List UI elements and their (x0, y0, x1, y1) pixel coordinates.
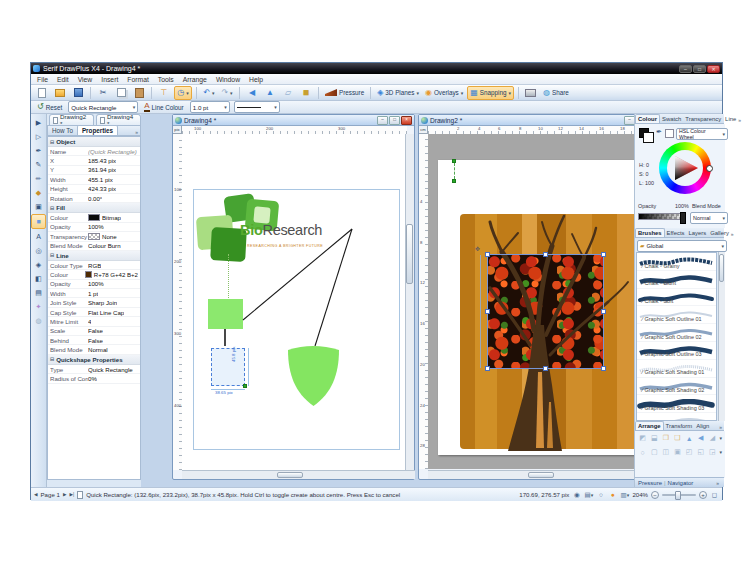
fill-swatch-chip[interactable] (643, 132, 654, 143)
selection-handle-sw[interactable] (485, 366, 490, 371)
tab-transform[interactable]: Transform (664, 422, 695, 430)
align-right-icon[interactable]: ▣ (673, 447, 682, 457)
group-icon[interactable]: ❐ (661, 433, 670, 443)
child-restore-button[interactable]: □ (389, 116, 400, 125)
shield-shape[interactable] (288, 346, 339, 406)
brush-item[interactable]: ∕ Graphic Soft Shading 01 (637, 360, 716, 378)
brush-list-scrollbar[interactable] (718, 252, 725, 421)
view-quality-icon[interactable]: ▥▾ (620, 490, 629, 499)
text-tool[interactable]: A (32, 230, 45, 243)
close-button[interactable]: ✕ (707, 65, 720, 73)
blend-tool[interactable]: ✦ (32, 300, 45, 313)
mirror-shape-icon[interactable]: ◀ (696, 433, 705, 443)
brush-item[interactable]: ∕ Graphic Soft Outline 02 (637, 324, 716, 342)
brush-item[interactable]: ∕ Graphic Soft Shading 02 (637, 378, 716, 396)
opacity-slider[interactable] (638, 213, 686, 220)
maximize-button[interactable]: □ (693, 65, 706, 73)
extras-tool[interactable]: ◍ (32, 314, 45, 327)
distribute-icon[interactable]: ◰ (685, 447, 694, 457)
node-tool[interactable]: ▷ (32, 130, 45, 143)
drawing2-titlebar[interactable]: Drawing2 * – □ × (419, 115, 661, 126)
shear-button[interactable]: ▱ (280, 87, 296, 99)
drawing4-vscrollbar[interactable] (405, 134, 414, 470)
selection-handle-s[interactable] (543, 366, 548, 371)
new-button[interactable] (34, 87, 50, 99)
brush-item[interactable]: ∕ Chalk - Soft (637, 289, 716, 307)
pressure-button[interactable]: Pressure (323, 87, 366, 99)
selection-handle-se[interactable] (601, 366, 606, 371)
pencil-tool[interactable]: ✎ (32, 158, 45, 171)
node-handle[interactable] (452, 179, 456, 183)
order-button[interactable]: ◼ (298, 87, 314, 99)
tab-drawing4[interactable]: Drawing4 * (96, 114, 141, 125)
share-button[interactable]: ◍Share (541, 87, 571, 99)
draw-node-handle[interactable] (243, 384, 247, 388)
panel-chevron-icon[interactable]: » (135, 129, 140, 135)
colour-mode-select[interactable]: HSL Colour Wheel▾ (676, 128, 728, 140)
next-page-button[interactable]: ▶ (63, 492, 67, 497)
brush-item[interactable]: ∕ Chalk - Blunt (637, 271, 716, 289)
cut-button[interactable]: ✂ (95, 87, 111, 99)
tab-swatch[interactable]: Swatch (660, 115, 683, 123)
arrange-more-dropdown[interactable]: ▾ (719, 435, 722, 441)
quickshape-tool[interactable]: ■ (31, 214, 46, 229)
flip-shape-icon[interactable]: ▲ (685, 433, 694, 443)
ungroup-icon[interactable]: ❏ (673, 433, 682, 443)
brush-item[interactable]: ∕ Graphic Soft Outline 01 (637, 306, 716, 324)
section-fill[interactable]: ⊟Fill (48, 203, 140, 213)
tab-align[interactable]: Align (694, 422, 711, 430)
picked-colour-chip[interactable] (665, 129, 674, 138)
panel-chevron-icon[interactable]: » (719, 424, 724, 430)
flip-vertical-button[interactable]: ▲ (262, 87, 278, 99)
selection-handle-n[interactable] (543, 252, 548, 257)
transparency-tool[interactable]: ▣ (32, 200, 45, 213)
pointer-tool[interactable]: ▶ (32, 116, 45, 129)
zoom-out-button[interactable]: − (651, 491, 659, 499)
arrange-more-dropdown[interactable]: ▾ (719, 449, 722, 455)
preview-eye-icon[interactable]: ◉ (572, 490, 581, 499)
snapping-button[interactable]: ▦Snapping▾ (467, 86, 514, 100)
child-close-button[interactable]: × (401, 116, 412, 125)
zoom-in-button[interactable]: + (699, 491, 707, 499)
brush-category-select[interactable]: ▰ Global ▾ (637, 240, 727, 252)
crop-tool[interactable]: ◧ (32, 272, 45, 285)
table-tool[interactable]: ▤ (32, 286, 45, 299)
drawing4-canvas[interactable]: BioResearch RESEARCHING A BRIGHTER FUTUR… (182, 134, 406, 470)
brush-item[interactable]: ∕ Chalk - Grainy (637, 253, 716, 271)
copy-button[interactable] (113, 87, 129, 99)
rule-tool-button[interactable]: ⊤ (156, 87, 172, 99)
selection-handle-w[interactable] (485, 309, 490, 314)
zoom-tool-icon[interactable]: ○ (596, 490, 605, 499)
print-button[interactable] (523, 87, 539, 99)
brush-item[interactable]: ∕ Graphic Soft Shading 03 (637, 395, 716, 413)
redo-button[interactable]: ↷▾ (219, 87, 235, 99)
undo-button[interactable]: ↶▾ (201, 87, 217, 99)
drawing2-canvas[interactable]: ✥ (428, 134, 653, 469)
minimize-button[interactable]: – (679, 65, 692, 73)
section-line[interactable]: ⊟Line (48, 251, 140, 261)
line-style-select[interactable]: ▾ (234, 101, 280, 113)
align-left-icon[interactable]: ▢ (650, 447, 659, 457)
effects-tool[interactable]: ◈ (32, 258, 45, 271)
combine-icon[interactable]: ◲ (708, 447, 717, 457)
line-width-select[interactable]: 1.0 pt▾ (190, 101, 230, 113)
menu-edit[interactable]: Edit (57, 76, 69, 83)
zoom-slider[interactable] (662, 494, 696, 496)
shape-type-select[interactable]: Quick Rectangle▾ (68, 101, 138, 113)
send-back-icon[interactable]: ⬓ (650, 433, 659, 443)
reset-button[interactable]: ↺Reset (35, 101, 64, 113)
eraser-tool[interactable]: ◎ (32, 244, 45, 257)
draft-rectangle[interactable] (211, 348, 245, 386)
tab-effects[interactable]: Effects (665, 229, 687, 237)
last-page-button[interactable]: ▶| (69, 492, 74, 497)
eyedropper-icon[interactable]: ✒ (656, 128, 662, 136)
brush-item[interactable]: ∕ Graphic Soft Outline 03 (637, 342, 716, 360)
rotate-canvas-button[interactable]: ◷▾ (174, 86, 192, 100)
drawing4-titlebar[interactable]: Drawing4 * – □ × (173, 115, 414, 126)
menu-window[interactable]: Window (216, 76, 240, 83)
drawing2-hscrollbar[interactable] (428, 470, 662, 479)
bring-front-icon[interactable]: ◩ (638, 433, 647, 443)
tab-gallery[interactable]: Gallery (708, 229, 731, 237)
panel-chevron-icon[interactable]: » (738, 117, 743, 123)
tab-properties[interactable]: Properties (77, 125, 118, 135)
